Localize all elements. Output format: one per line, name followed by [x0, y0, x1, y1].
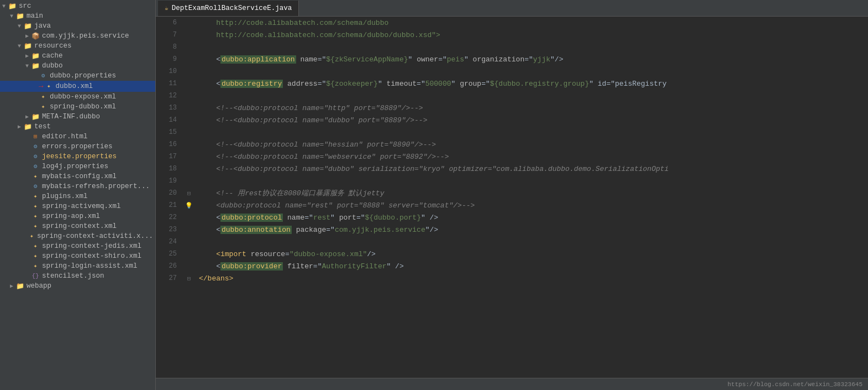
line-code: <dubbo:application name="${zkServiceAppN… — [194, 53, 868, 65]
line-code — [194, 175, 868, 187]
sidebar-item-com.yjjk.peis.service[interactable]: ▶📦com.yjjk.peis.service — [0, 31, 155, 41]
sidebar-item-main[interactable]: ▼📁main — [0, 11, 155, 21]
bulb-icon[interactable]: 💡 — [185, 202, 193, 209]
line-code: <dubbo:annotation package="com.yjjk.peis… — [194, 223, 868, 236]
tab-bar: ☕ DeptExamRollBackServiceE.java — [156, 0, 868, 17]
sidebar-item-spring-context-shiro.xml[interactable]: ✦spring-context-shiro.xml — [0, 251, 155, 261]
file-icon: ⚙ — [39, 72, 48, 80]
table-row: 10 — [156, 65, 868, 77]
file-icon: ✦ — [39, 93, 48, 101]
sidebar-item-label: dubbo.xml — [55, 82, 93, 90]
sidebar-item-label: src — [19, 2, 31, 10]
sidebar-item-META-INF.dubbo[interactable]: ▶📁META-INF.dubbo — [0, 112, 155, 122]
tab-label: DeptExamRollBackServiceE.java — [172, 4, 292, 12]
sidebar-item-label: spring-activemq.xml — [42, 202, 121, 210]
line-number: 11 — [156, 77, 183, 90]
sidebar-item-spring-context-activiti.xml[interactable]: ✦spring-context-activiti.x... — [0, 231, 155, 241]
line-number: 6 — [156, 17, 183, 29]
sidebar-item-label: editor.html — [42, 133, 88, 141]
file-icon: 📁 — [15, 282, 24, 290]
sidebar-item-spring-activemq.xml[interactable]: ✦spring-activemq.xml — [0, 201, 155, 211]
line-number: 17 — [156, 150, 183, 163]
line-gutter — [183, 114, 194, 126]
file-tree[interactable]: ▼📁src▼📁main▼📁java▶📦com.yjjk.peis.service… — [0, 0, 156, 390]
sidebar-item-spring-aop.xml[interactable]: ✦spring-aop.xml — [0, 211, 155, 221]
sidebar-item-resources[interactable]: ▼📁resources — [0, 41, 155, 51]
sidebar-item-editor.html[interactable]: ⊞editor.html — [0, 132, 155, 142]
file-icon: ⊞ — [31, 133, 40, 141]
line-number: 26 — [156, 260, 183, 272]
sidebar-item-label: plugins.xml — [42, 193, 88, 200]
sidebar-item-src[interactable]: ▼📁src — [0, 1, 155, 11]
line-code: <!--<dubbo:protocol name="http" port="88… — [194, 102, 868, 114]
sidebar-item-java[interactable]: ▼📁java — [0, 21, 155, 31]
line-number: 10 — [156, 65, 183, 77]
table-row: 15 — [156, 126, 868, 138]
sidebar-item-dubbo.properties[interactable]: ⚙dubbo.properties — [0, 71, 155, 81]
line-gutter — [183, 223, 194, 236]
sidebar-item-dubbo-expose.xml[interactable]: ✦dubbo-expose.xml — [0, 92, 155, 102]
sidebar-item-cache[interactable]: ▶📁cache — [0, 51, 155, 61]
line-gutter — [183, 211, 194, 223]
file-icon: ⚙ — [31, 143, 40, 150]
sidebar-item-log4j.properties[interactable]: ⚙log4j.properties — [0, 162, 155, 171]
sidebar-item-spring-dubbo.xml[interactable]: ✦spring-dubbo.xml — [0, 102, 155, 112]
file-icon: ⚙ — [31, 183, 40, 190]
sidebar-item-dubbo[interactable]: ▼📁dubbo — [0, 61, 155, 71]
line-gutter — [183, 77, 194, 90]
line-gutter — [183, 65, 194, 77]
file-icon: {} — [31, 272, 40, 280]
editor-content[interactable]: 6 http://code.alibabatech.com/schema/dub… — [156, 17, 868, 378]
line-code — [194, 90, 868, 102]
sidebar-item-errors.properties[interactable]: ⚙errors.properties — [0, 142, 155, 152]
file-icon: ✦ — [31, 262, 40, 270]
file-icon: 📁 — [31, 52, 40, 60]
sidebar-item-spring-login-assist.xml[interactable]: ✦spring-login-assist.xml — [0, 261, 155, 271]
file-icon: ✦ — [31, 173, 40, 180]
line-code — [194, 65, 868, 77]
sidebar-item-label: spring-context.xml — [42, 222, 117, 230]
sidebar-item-dubbo.xml[interactable]: →✦dubbo.xml — [0, 81, 155, 92]
line-number: 21 — [156, 199, 183, 211]
table-row: 24 — [156, 236, 868, 248]
sidebar-item-label: errors.properties — [42, 143, 113, 150]
sidebar-item-label: spring-dubbo.xml — [50, 103, 116, 111]
line-code — [194, 126, 868, 138]
active-tab[interactable]: ☕ DeptExamRollBackServiceE.java — [158, 1, 299, 16]
file-icon: 📁 — [23, 42, 32, 50]
line-gutter — [183, 150, 194, 163]
code-table: 6 http://code.alibabatech.com/schema/dub… — [156, 17, 868, 284]
sidebar-item-webapp[interactable]: ▶📁webapp — [0, 281, 155, 291]
line-number: 7 — [156, 29, 183, 41]
tree-arrow-icon: ▼ — [8, 13, 15, 19]
tree-arrow-icon: ▶ — [23, 113, 31, 120]
sidebar-item-mybatis-config.xml[interactable]: ✦mybatis-config.xml — [0, 171, 155, 181]
status-url: https://blog.csdn.net/weixin_38323645 — [728, 381, 862, 388]
tree-arrow-icon: ▼ — [0, 3, 8, 9]
sidebar-item-spring-context-jedis.xml[interactable]: ✦spring-context-jedis.xml — [0, 241, 155, 251]
file-icon: 📁 — [15, 12, 24, 20]
line-number: 15 — [156, 126, 183, 138]
line-code — [194, 41, 868, 53]
sidebar-item-label: META-INF.dubbo — [42, 113, 100, 121]
line-number: 14 — [156, 114, 183, 126]
fold-icon[interactable]: ⊟ — [187, 190, 191, 197]
line-number: 8 — [156, 41, 183, 53]
tree-arrow-icon: ▶ — [15, 123, 23, 130]
fold-icon[interactable]: ⊟ — [187, 275, 191, 282]
sidebar-item-spring-context.xml[interactable]: ✦spring-context.xml — [0, 221, 155, 231]
file-icon: 📁 — [23, 123, 32, 131]
table-row: 20⊟ <!-- 用rest协议在8080端口暴露服务 默认jetty — [156, 187, 868, 199]
sidebar-item-mybatis-refresh.properties[interactable]: ⚙mybatis-refresh.propert... — [0, 181, 155, 191]
sidebar-item-jeesite.properties[interactable]: ⚙jeesite.properties — [0, 152, 155, 162]
sidebar-item-test[interactable]: ▶📁test — [0, 122, 155, 132]
line-number: 9 — [156, 53, 183, 65]
sidebar-item-stencilset.json[interactable]: {}stencilset.json — [0, 271, 155, 281]
table-row: 11 <dubbo:registry address="${zookeeper}… — [156, 77, 868, 90]
sidebar-item-plugins.xml[interactable]: ✦plugins.xml — [0, 191, 155, 201]
line-gutter — [183, 102, 194, 114]
tree-arrow-icon: ▼ — [15, 43, 23, 49]
line-gutter — [183, 90, 194, 102]
tree-arrow-icon: ▶ — [8, 283, 15, 289]
table-row: 8 — [156, 41, 868, 53]
